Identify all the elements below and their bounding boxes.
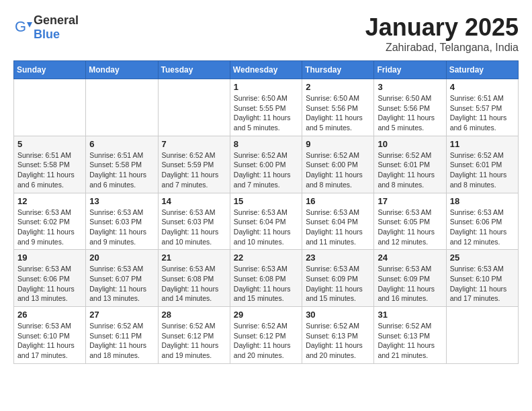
calendar-cell: 20Sunrise: 6:53 AMSunset: 6:07 PMDayligh… [86,250,158,307]
calendar-cell: 4Sunrise: 6:51 AMSunset: 5:57 PMDaylight… [446,79,518,136]
day-info: Sunrise: 6:52 AMSunset: 5:59 PMDaylight:… [162,150,226,190]
day-info: Sunrise: 6:53 AMSunset: 6:03 PMDaylight:… [89,208,154,247]
day-number: 23 [306,253,370,263]
day-number: 7 [162,139,226,149]
logo-general: General [34,13,79,27]
calendar-cell: 26Sunrise: 6:53 AMSunset: 6:10 PMDayligh… [14,307,86,364]
day-info: Sunrise: 6:53 AMSunset: 6:02 PMDaylight:… [17,208,82,247]
day-number: 28 [162,310,226,320]
svg-marker-1 [27,22,32,28]
day-info: Sunrise: 6:53 AMSunset: 6:08 PMDaylight:… [234,264,298,304]
day-number: 2 [306,82,370,92]
weekday-header-friday: Friday [374,61,446,79]
title-area: January 2025 Zahirabad, Telangana, India [365,13,519,54]
weekday-header-tuesday: Tuesday [158,61,230,79]
weekday-header-saturday: Saturday [446,61,518,79]
calendar-cell: 19Sunrise: 6:53 AMSunset: 6:06 PMDayligh… [14,250,86,307]
page-header: G General Blue January 2025 Zahirabad, T… [13,13,519,54]
calendar-cell: 25Sunrise: 6:53 AMSunset: 6:10 PMDayligh… [446,250,518,307]
calendar-cell: 13Sunrise: 6:53 AMSunset: 6:03 PMDayligh… [86,193,158,250]
day-info: Sunrise: 6:53 AMSunset: 6:05 PMDaylight:… [378,208,442,247]
day-info: Sunrise: 6:53 AMSunset: 6:10 PMDaylight:… [17,321,82,361]
month-title: January 2025 [365,13,519,42]
logo: G General Blue [13,13,79,42]
day-info: Sunrise: 6:52 AMSunset: 6:13 PMDaylight:… [306,321,370,361]
day-info: Sunrise: 6:50 AMSunset: 5:56 PMDaylight:… [306,93,370,133]
day-number: 19 [17,253,82,263]
calendar-cell: 18Sunrise: 6:53 AMSunset: 6:06 PMDayligh… [446,193,518,250]
calendar-cell: 21Sunrise: 6:53 AMSunset: 6:08 PMDayligh… [158,250,230,307]
day-number: 4 [450,82,515,92]
day-number: 24 [378,253,442,263]
weekday-header-sunday: Sunday [14,61,86,79]
calendar-cell: 31Sunrise: 6:52 AMSunset: 6:13 PMDayligh… [374,307,446,364]
day-number: 29 [234,310,298,320]
day-info: Sunrise: 6:52 AMSunset: 6:12 PMDaylight:… [234,321,298,361]
day-info: Sunrise: 6:52 AMSunset: 6:12 PMDaylight:… [162,321,226,361]
day-info: Sunrise: 6:53 AMSunset: 6:06 PMDaylight:… [17,264,82,304]
day-number: 6 [89,139,154,149]
calendar-cell: 14Sunrise: 6:53 AMSunset: 6:03 PMDayligh… [158,193,230,250]
day-number: 20 [89,253,154,263]
day-info: Sunrise: 6:53 AMSunset: 6:09 PMDaylight:… [378,264,442,304]
day-number: 9 [306,139,370,149]
day-number: 31 [378,310,442,320]
day-number: 3 [378,82,442,92]
day-number: 10 [378,139,442,149]
day-number: 15 [234,196,298,206]
day-number: 22 [234,253,298,263]
weekday-header-thursday: Thursday [302,61,374,79]
day-number: 1 [234,82,298,92]
calendar-cell: 8Sunrise: 6:52 AMSunset: 6:00 PMDaylight… [230,136,302,193]
location-title: Zahirabad, Telangana, India [365,42,519,54]
day-info: Sunrise: 6:53 AMSunset: 6:09 PMDaylight:… [306,264,370,304]
day-info: Sunrise: 6:51 AMSunset: 5:58 PMDaylight:… [89,150,154,190]
day-number: 13 [89,196,154,206]
day-number: 18 [450,196,515,206]
day-info: Sunrise: 6:51 AMSunset: 5:57 PMDaylight:… [450,93,515,133]
calendar-cell: 3Sunrise: 6:50 AMSunset: 5:56 PMDaylight… [374,79,446,136]
calendar-table: SundayMondayTuesdayWednesdayThursdayFrid… [13,60,519,364]
logo-blue: Blue [34,28,60,41]
day-info: Sunrise: 6:53 AMSunset: 6:03 PMDaylight:… [162,208,226,247]
calendar-cell: 12Sunrise: 6:53 AMSunset: 6:02 PMDayligh… [14,193,86,250]
day-info: Sunrise: 6:51 AMSunset: 5:58 PMDaylight:… [17,150,82,190]
calendar-cell [158,79,230,136]
day-info: Sunrise: 6:53 AMSunset: 6:04 PMDaylight:… [234,208,298,247]
calendar-cell: 6Sunrise: 6:51 AMSunset: 5:58 PMDaylight… [86,136,158,193]
calendar-cell: 30Sunrise: 6:52 AMSunset: 6:13 PMDayligh… [302,307,374,364]
day-number: 30 [306,310,370,320]
calendar-cell: 9Sunrise: 6:52 AMSunset: 6:00 PMDaylight… [302,136,374,193]
day-number: 21 [162,253,226,263]
day-info: Sunrise: 6:52 AMSunset: 6:11 PMDaylight:… [89,321,154,361]
day-info: Sunrise: 6:53 AMSunset: 6:07 PMDaylight:… [89,264,154,304]
calendar-cell: 17Sunrise: 6:53 AMSunset: 6:05 PMDayligh… [374,193,446,250]
day-number: 27 [89,310,154,320]
day-info: Sunrise: 6:52 AMSunset: 6:00 PMDaylight:… [306,150,370,190]
day-info: Sunrise: 6:52 AMSunset: 6:13 PMDaylight:… [378,321,442,361]
calendar-cell: 1Sunrise: 6:50 AMSunset: 5:55 PMDaylight… [230,79,302,136]
calendar-cell: 23Sunrise: 6:53 AMSunset: 6:09 PMDayligh… [302,250,374,307]
day-info: Sunrise: 6:50 AMSunset: 5:56 PMDaylight:… [378,93,442,133]
calendar-cell: 10Sunrise: 6:52 AMSunset: 6:01 PMDayligh… [374,136,446,193]
calendar-cell [446,307,518,364]
day-info: Sunrise: 6:50 AMSunset: 5:55 PMDaylight:… [234,93,298,133]
day-number: 26 [17,310,82,320]
day-info: Sunrise: 6:52 AMSunset: 6:00 PMDaylight:… [234,150,298,190]
day-info: Sunrise: 6:53 AMSunset: 6:06 PMDaylight:… [450,208,515,247]
calendar-cell: 16Sunrise: 6:53 AMSunset: 6:04 PMDayligh… [302,193,374,250]
calendar-cell: 11Sunrise: 6:52 AMSunset: 6:01 PMDayligh… [446,136,518,193]
calendar-cell: 27Sunrise: 6:52 AMSunset: 6:11 PMDayligh… [86,307,158,364]
calendar-cell [14,79,86,136]
logo-icon: G [13,18,32,37]
weekday-header-monday: Monday [86,61,158,79]
calendar-cell: 22Sunrise: 6:53 AMSunset: 6:08 PMDayligh… [230,250,302,307]
calendar-cell: 2Sunrise: 6:50 AMSunset: 5:56 PMDaylight… [302,79,374,136]
day-number: 8 [234,139,298,149]
day-number: 12 [17,196,82,206]
calendar-cell: 28Sunrise: 6:52 AMSunset: 6:12 PMDayligh… [158,307,230,364]
calendar-cell: 7Sunrise: 6:52 AMSunset: 5:59 PMDaylight… [158,136,230,193]
calendar-cell: 29Sunrise: 6:52 AMSunset: 6:12 PMDayligh… [230,307,302,364]
day-info: Sunrise: 6:52 AMSunset: 6:01 PMDaylight:… [450,150,515,190]
calendar-cell: 15Sunrise: 6:53 AMSunset: 6:04 PMDayligh… [230,193,302,250]
